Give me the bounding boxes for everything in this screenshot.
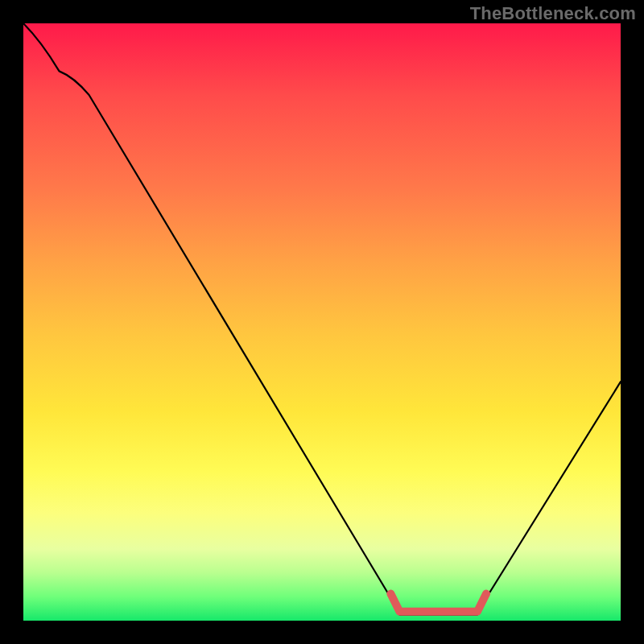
- chart-frame: TheBottleneck.com: [0, 0, 644, 644]
- flat-highlight: [390, 594, 486, 612]
- chart-svg: [23, 23, 621, 621]
- watermark-text: TheBottleneck.com: [470, 3, 636, 24]
- plot-area: [23, 23, 621, 621]
- main-curve: [23, 23, 621, 615]
